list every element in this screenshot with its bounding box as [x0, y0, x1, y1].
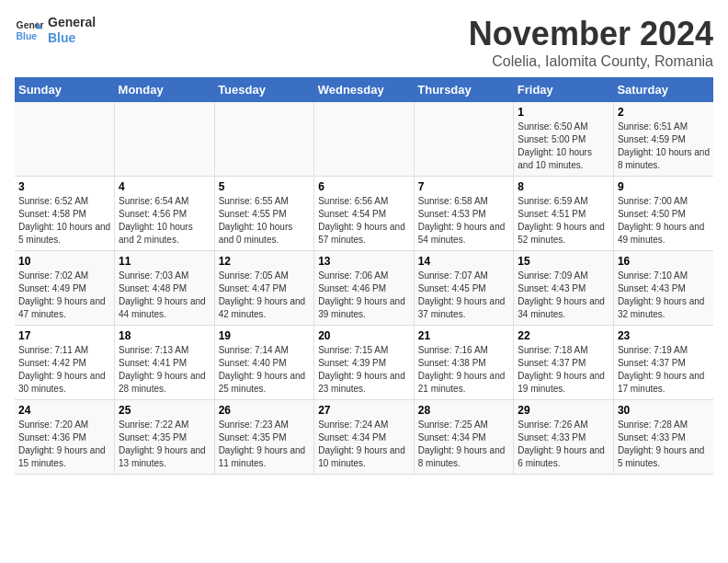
subtitle: Colelia, Ialomita County, Romania	[469, 53, 713, 70]
day-info: Sunrise: 7:20 AMSunset: 4:36 PMDaylight:…	[18, 419, 110, 470]
calendar-table: SundayMondayTuesdayWednesdayThursdayFrid…	[15, 77, 713, 475]
day-number: 21	[418, 329, 510, 342]
svg-text:Blue: Blue	[17, 30, 38, 40]
day-number: 30	[618, 404, 710, 417]
title-area: November 2024 Colelia, Ialomita County, …	[469, 15, 713, 70]
day-number: 15	[518, 255, 609, 268]
day-info: Sunrise: 7:19 AMSunset: 4:37 PMDaylight:…	[618, 344, 710, 396]
calendar-cell: 23Sunrise: 7:19 AMSunset: 4:37 PMDayligh…	[613, 326, 713, 400]
calendar-cell: 10Sunrise: 7:02 AMSunset: 4:49 PMDayligh…	[15, 251, 115, 326]
calendar-cell: 25Sunrise: 7:22 AMSunset: 4:35 PMDayligh…	[115, 400, 215, 475]
day-info: Sunrise: 7:02 AMSunset: 4:49 PMDaylight:…	[18, 270, 110, 321]
day-info: Sunrise: 7:26 AMSunset: 4:33 PMDaylight:…	[518, 419, 609, 470]
day-info: Sunrise: 7:05 AMSunset: 4:47 PMDaylight:…	[219, 270, 311, 321]
day-number: 13	[318, 255, 410, 268]
week-row-2: 3Sunrise: 6:52 AMSunset: 4:58 PMDaylight…	[15, 177, 713, 251]
logo-icon: General Blue	[15, 16, 44, 45]
calendar-cell: 3Sunrise: 6:52 AMSunset: 4:58 PMDaylight…	[15, 177, 115, 251]
logo-blue: Blue	[48, 30, 96, 46]
day-number: 4	[119, 180, 210, 193]
calendar-cell: 14Sunrise: 7:07 AMSunset: 4:45 PMDayligh…	[414, 251, 514, 326]
day-info: Sunrise: 7:13 AMSunset: 4:41 PMDaylight:…	[119, 344, 210, 396]
weekday-header-wednesday: Wednesday	[314, 77, 415, 102]
day-info: Sunrise: 7:03 AMSunset: 4:48 PMDaylight:…	[119, 270, 210, 321]
day-info: Sunrise: 7:22 AMSunset: 4:35 PMDaylight:…	[119, 419, 210, 470]
calendar-cell: 24Sunrise: 7:20 AMSunset: 4:36 PMDayligh…	[15, 400, 115, 475]
calendar-cell: 13Sunrise: 7:06 AMSunset: 4:46 PMDayligh…	[314, 251, 415, 326]
calendar-cell: 29Sunrise: 7:26 AMSunset: 4:33 PMDayligh…	[514, 400, 614, 475]
day-info: Sunrise: 6:56 AMSunset: 4:54 PMDaylight:…	[318, 195, 410, 247]
calendar-cell: 21Sunrise: 7:16 AMSunset: 4:38 PMDayligh…	[414, 326, 514, 400]
day-info: Sunrise: 6:51 AMSunset: 4:59 PMDaylight:…	[618, 121, 710, 172]
day-info: Sunrise: 7:23 AMSunset: 4:35 PMDaylight:…	[219, 419, 311, 470]
day-info: Sunrise: 7:06 AMSunset: 4:46 PMDaylight:…	[318, 270, 410, 321]
calendar-cell: 6Sunrise: 6:56 AMSunset: 4:54 PMDaylight…	[314, 177, 415, 251]
day-info: Sunrise: 7:07 AMSunset: 4:45 PMDaylight:…	[418, 270, 510, 321]
calendar-cell: 27Sunrise: 7:24 AMSunset: 4:34 PMDayligh…	[314, 400, 415, 475]
day-info: Sunrise: 7:15 AMSunset: 4:39 PMDaylight:…	[318, 344, 410, 396]
day-number: 23	[618, 329, 710, 342]
day-number: 8	[518, 180, 609, 193]
day-number: 10	[18, 255, 110, 268]
calendar-cell: 30Sunrise: 7:28 AMSunset: 4:33 PMDayligh…	[613, 400, 713, 475]
day-number: 24	[18, 404, 110, 417]
day-info: Sunrise: 6:58 AMSunset: 4:53 PMDaylight:…	[418, 195, 510, 247]
day-info: Sunrise: 6:55 AMSunset: 4:55 PMDaylight:…	[219, 195, 311, 247]
day-info: Sunrise: 7:25 AMSunset: 4:34 PMDaylight:…	[418, 419, 510, 470]
calendar-cell	[414, 102, 514, 177]
day-info: Sunrise: 7:14 AMSunset: 4:40 PMDaylight:…	[219, 344, 311, 396]
calendar-cell: 20Sunrise: 7:15 AMSunset: 4:39 PMDayligh…	[314, 326, 415, 400]
calendar-cell: 5Sunrise: 6:55 AMSunset: 4:55 PMDaylight…	[214, 177, 314, 251]
day-info: Sunrise: 7:28 AMSunset: 4:33 PMDaylight:…	[618, 419, 710, 470]
calendar-cell: 9Sunrise: 7:00 AMSunset: 4:50 PMDaylight…	[613, 177, 713, 251]
day-number: 27	[318, 404, 410, 417]
day-number: 17	[18, 329, 110, 342]
day-info: Sunrise: 6:52 AMSunset: 4:58 PMDaylight:…	[18, 195, 110, 247]
calendar-cell	[314, 102, 415, 177]
day-info: Sunrise: 6:59 AMSunset: 4:51 PMDaylight:…	[518, 195, 609, 247]
day-info: Sunrise: 7:11 AMSunset: 4:42 PMDaylight:…	[18, 344, 110, 396]
day-number: 28	[418, 404, 510, 417]
calendar-body: 1Sunrise: 6:50 AMSunset: 5:00 PMDaylight…	[15, 102, 713, 475]
calendar-cell: 7Sunrise: 6:58 AMSunset: 4:53 PMDaylight…	[414, 177, 514, 251]
calendar-cell	[115, 102, 215, 177]
calendar-cell: 4Sunrise: 6:54 AMSunset: 4:56 PMDaylight…	[115, 177, 215, 251]
calendar-cell: 1Sunrise: 6:50 AMSunset: 5:00 PMDaylight…	[514, 102, 614, 177]
weekday-header-row: SundayMondayTuesdayWednesdayThursdayFrid…	[15, 77, 713, 102]
day-number: 7	[418, 180, 510, 193]
week-row-5: 24Sunrise: 7:20 AMSunset: 4:36 PMDayligh…	[15, 400, 713, 475]
logo-general: General	[48, 15, 96, 29]
logo: General Blue General Blue	[15, 15, 96, 46]
day-info: Sunrise: 7:16 AMSunset: 4:38 PMDaylight:…	[418, 344, 510, 396]
day-number: 1	[518, 106, 609, 119]
day-info: Sunrise: 6:54 AMSunset: 4:56 PMDaylight:…	[119, 195, 210, 247]
calendar-cell: 19Sunrise: 7:14 AMSunset: 4:40 PMDayligh…	[214, 326, 314, 400]
day-number: 25	[119, 404, 210, 417]
calendar-cell: 22Sunrise: 7:18 AMSunset: 4:37 PMDayligh…	[514, 326, 614, 400]
header: General Blue General Blue November 2024 …	[15, 15, 713, 70]
calendar-cell	[214, 102, 314, 177]
weekday-header-tuesday: Tuesday	[214, 77, 314, 102]
calendar-cell: 11Sunrise: 7:03 AMSunset: 4:48 PMDayligh…	[115, 251, 215, 326]
day-number: 26	[219, 404, 311, 417]
calendar-cell: 28Sunrise: 7:25 AMSunset: 4:34 PMDayligh…	[414, 400, 514, 475]
day-number: 11	[119, 255, 210, 268]
month-title: November 2024	[469, 15, 713, 53]
day-number: 3	[18, 180, 110, 193]
calendar-cell: 17Sunrise: 7:11 AMSunset: 4:42 PMDayligh…	[15, 326, 115, 400]
calendar-cell: 8Sunrise: 6:59 AMSunset: 4:51 PMDaylight…	[514, 177, 614, 251]
day-number: 12	[219, 255, 311, 268]
day-number: 2	[618, 106, 710, 119]
calendar-cell: 15Sunrise: 7:09 AMSunset: 4:43 PMDayligh…	[514, 251, 614, 326]
weekday-header-saturday: Saturday	[613, 77, 713, 102]
calendar-cell: 18Sunrise: 7:13 AMSunset: 4:41 PMDayligh…	[115, 326, 215, 400]
day-info: Sunrise: 7:24 AMSunset: 4:34 PMDaylight:…	[318, 419, 410, 470]
day-info: Sunrise: 7:18 AMSunset: 4:37 PMDaylight:…	[518, 344, 609, 396]
day-number: 9	[618, 180, 710, 193]
day-number: 18	[119, 329, 210, 342]
day-number: 19	[219, 329, 311, 342]
week-row-3: 10Sunrise: 7:02 AMSunset: 4:49 PMDayligh…	[15, 251, 713, 326]
day-number: 29	[518, 404, 609, 417]
weekday-header-friday: Friday	[514, 77, 614, 102]
day-info: Sunrise: 7:10 AMSunset: 4:43 PMDaylight:…	[618, 270, 710, 321]
